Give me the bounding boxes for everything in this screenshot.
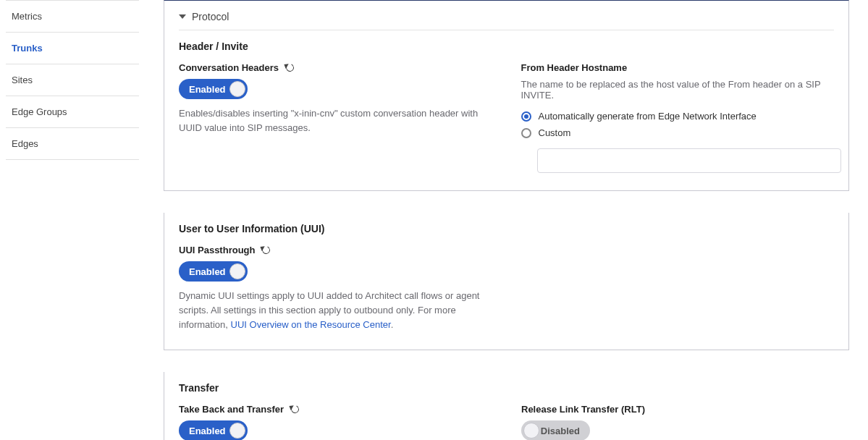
uui-heading: User to User Information (UUI) [179,223,834,234]
rlt-label: Release Link Transfer (RLT) [521,404,835,415]
caret-down-icon [179,14,186,19]
protocol-panel: Protocol Header / Invite Conversation He… [164,0,849,191]
toggle-knob [229,263,245,279]
transfer-panel: Transfer Take Back and Transfer Enabled … [164,372,849,440]
sidebar-item-label: Trunks [12,43,43,54]
toggle-knob [229,81,245,97]
sidebar-item-edge-groups[interactable]: Edge Groups [6,96,139,128]
sidebar-item-sites[interactable]: Sites [6,64,139,96]
sidebar-item-label: Edge Groups [12,106,67,117]
radio-icon [521,111,531,122]
conversation-headers-help: Enables/disables inserting "x-inin-cnv" … [179,106,492,135]
from-header-sub: The name to be replaced as the host valu… [521,79,835,101]
reset-icon[interactable] [261,245,271,255]
uui-overview-link[interactable]: UUI Overview on the Resource Center [231,319,391,330]
toggle-knob [229,423,245,439]
uui-passthrough-help: Dynamic UUI settings apply to UUI added … [179,289,497,332]
reset-icon[interactable] [290,405,300,415]
toggle-state: Disabled [541,426,580,436]
from-header-label: From Header Hostname [521,62,835,73]
sidebar: Metrics Trunks Sites Edge Groups Edges [0,0,145,440]
main-content: Protocol Header / Invite Conversation He… [145,0,868,440]
sidebar-item-label: Sites [12,75,33,85]
reset-icon[interactable] [285,62,295,72]
sidebar-item-edges[interactable]: Edges [6,128,139,160]
sidebar-item-trunks[interactable]: Trunks [6,33,139,64]
take-back-label: Take Back and Transfer [179,404,492,415]
toggle-knob [523,423,539,439]
conversation-headers-toggle[interactable]: Enabled [179,79,248,99]
from-header-custom-input[interactable] [537,148,841,173]
protocol-title: Protocol [192,11,229,22]
uui-panel: User to User Information (UUI) UUI Passt… [164,213,849,350]
rlt-toggle[interactable]: Disabled [521,420,590,440]
protocol-collapse-row[interactable]: Protocol [179,11,834,30]
from-header-radio-custom[interactable]: Custom [521,127,835,138]
uui-passthrough-label: UUI Passthrough [179,245,834,255]
sidebar-item-label: Edges [12,138,38,149]
conversation-headers-label: Conversation Headers [179,62,492,73]
header-invite-heading: Header / Invite [179,41,834,52]
toggle-state: Enabled [189,84,226,95]
toggle-state: Enabled [189,426,226,436]
transfer-heading: Transfer [179,382,835,394]
uui-passthrough-toggle[interactable]: Enabled [179,261,248,282]
sidebar-item-label: Metrics [12,11,42,22]
toggle-state: Enabled [189,266,226,277]
from-header-radio-auto[interactable]: Automatically generate from Edge Network… [521,111,835,122]
radio-icon [521,128,531,138]
radio-label: Custom [539,127,571,138]
radio-label: Automatically generate from Edge Network… [539,111,757,122]
take-back-toggle[interactable]: Enabled [179,420,248,440]
sidebar-item-metrics[interactable]: Metrics [6,0,139,33]
